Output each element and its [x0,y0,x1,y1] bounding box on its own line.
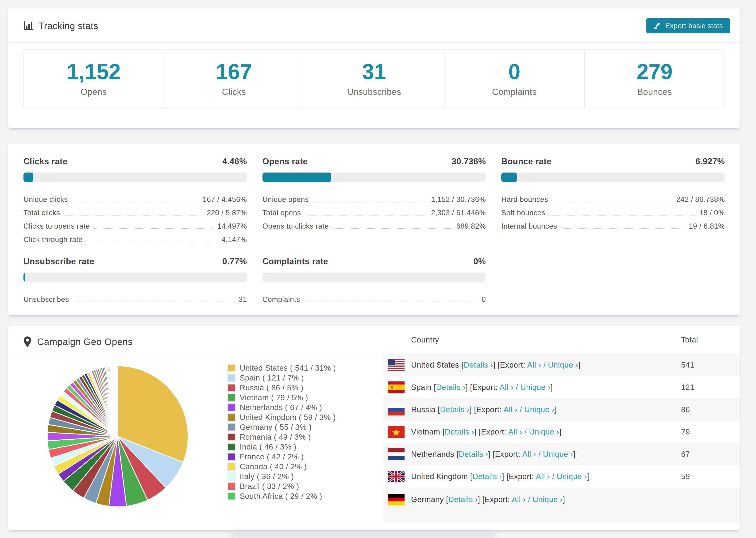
rate-detail-label: Hard bounces [501,195,548,204]
export-all-link[interactable]: All › [527,360,541,369]
dotted-leader [86,242,218,242]
us-flag-icon [388,359,405,371]
legend-item: United Kingdom ( 59 / 3% ) [228,412,336,422]
rate-detail-value: 2,303 / 61.446% [431,208,486,218]
ru-flag-icon [388,404,405,415]
summary-stats-row: 1,152Opens167Clicks31Unsubscribes0Compla… [24,49,725,108]
legend-label: South Africa ( 29 / 2% ) [240,492,322,501]
stat-card-unsubscribes: 31Unsubscribes [304,50,444,108]
details-link[interactable]: Details › [459,450,488,458]
column-header-total: Total [681,336,740,344]
stat-label: Complaints [445,87,584,97]
bar-chart-icon [24,21,33,31]
details-link[interactable]: Details › [449,495,478,504]
dotted-leader [333,228,453,229]
complaints-rate-block: Complaints rate0%Complaints0 [262,256,486,304]
rate-detail-value: 242 / 86.738% [676,195,725,204]
export-all-link[interactable]: All › [508,427,522,436]
dotted-leader [305,215,427,215]
stat-value: 0 [445,61,584,82]
rate-value: 30.736% [452,157,486,166]
rate-progress-fill [501,173,517,182]
rate-detail-row: Internal bounces19 / 6.81% [501,218,725,231]
rate-title: Opens rate [262,157,308,166]
legend-label: Germany ( 55 / 3% ) [240,423,312,432]
vn-flag-icon [388,426,405,438]
details-link[interactable]: Details › [472,472,502,481]
gb-flag-icon [388,471,405,482]
rate-detail-label: Clicks to opens rate [24,222,90,231]
export-unique-link[interactable]: Unique › [557,472,587,481]
export-unique-link[interactable]: Unique › [532,495,563,504]
geo-table-row-gb: United Kingdom [Details ›] [Export: All … [383,465,740,488]
export-unique-link[interactable]: Unique › [543,450,573,458]
total-cell: 121 [681,383,740,392]
rate-detail-value: 689.82% [456,222,486,231]
rate-detail-value: 4.147% [222,235,247,244]
export-basic-stats-button[interactable]: Export basic stats [646,18,730,33]
details-link[interactable]: Details › [464,360,493,369]
tracking-stats-title-wrap: Tracking stats [24,21,98,31]
pie-slice-other-41 [117,366,118,436]
stat-card-bounces: 279Bounces [585,50,725,108]
rate-title: Complaints rate [262,256,328,266]
country-cell: Germany [Details ›] [Export: All › / Uni… [411,495,681,504]
export-all-link[interactable]: All › [522,450,536,458]
link-separator: / [526,495,532,504]
legend-label: Netherlands ( 67 / 4% ) [240,403,322,412]
details-link[interactable]: Details › [440,405,469,414]
legend-label: United States ( 541 / 31% ) [240,364,336,372]
stat-value: 167 [164,61,304,82]
export-unique-link[interactable]: Unique › [520,383,551,392]
legend-item: Brazil ( 33 / 2% ) [228,481,336,491]
country-cell: Vietnam [Details ›] [Export: All › / Uni… [411,427,681,436]
geo-pie-chart[interactable] [45,364,190,509]
country-cell: United Kingdom [Details ›] [Export: All … [411,472,681,481]
clicks-rate-block: Clicks rate4.46%Unique clicks167 / 4.456… [24,157,247,244]
rate-progress-fill [24,273,25,282]
rate-detail-row: Total clicks220 / 5.87% [24,204,247,218]
export-all-link[interactable]: All › [536,472,550,481]
geo-table: CountryTotalUnited States [Details ›] [E… [383,326,740,523]
stat-value: 279 [585,61,725,82]
geo-table-row-de: Germany [Details ›] [Export: All › / Uni… [383,488,740,523]
legend-swatch [228,472,236,480]
unsubscribe-rate-block: Unsubscribe rate0.77%Unsubscribes31 [24,256,247,304]
details-link[interactable]: Details › [436,383,465,392]
legend-swatch [228,413,236,421]
rate-progress-bar [262,173,486,182]
export-all-link[interactable]: All › [500,383,513,392]
legend-label: Italy ( 36 / 2% ) [240,472,294,481]
es-flag-icon [388,381,405,393]
rate-detail-value: 18 / 0% [699,208,725,218]
rate-detail-label: Click through rate [24,235,82,244]
rate-value: 0.77% [222,256,247,266]
legend-swatch [228,374,236,382]
rate-progress-bar [24,273,247,282]
rate-detail-row: Unique opens1,152 / 30.736% [262,191,486,204]
dotted-leader [93,228,214,229]
legend-label: France ( 42 / 2% ) [240,452,304,461]
legend-item: Romania ( 49 / 3% ) [228,432,336,442]
dotted-leader [552,202,673,202]
rate-detail-label: Complaints [262,295,300,304]
export-all-link[interactable]: All › [504,405,517,414]
export-icon [653,22,661,30]
rate-detail-label: Unique clicks [24,195,68,204]
export-unique-link[interactable]: Unique › [548,360,578,369]
rates-card: Clicks rate4.46%Unique clicks167 / 4.456… [8,143,740,315]
export-unique-link[interactable]: Unique › [529,427,559,436]
legend-item: France ( 42 / 2% ) [228,452,336,462]
rate-detail-value: 0 [482,295,486,304]
rate-detail-row: Complaints0 [262,291,486,304]
export-all-link[interactable]: All › [512,495,526,504]
country-cell: Netherlands [Details ›] [Export: All › /… [411,450,681,459]
legend-swatch [228,463,236,471]
rate-title: Unsubscribe rate [24,256,94,266]
export-unique-link[interactable]: Unique › [524,405,555,414]
legend-swatch [228,453,236,461]
details-link[interactable]: Details › [445,427,474,436]
link-separator: / [522,427,529,436]
rate-detail-value: 167 / 4.456% [203,195,247,204]
rate-detail-label: Unsubscribes [24,295,69,304]
